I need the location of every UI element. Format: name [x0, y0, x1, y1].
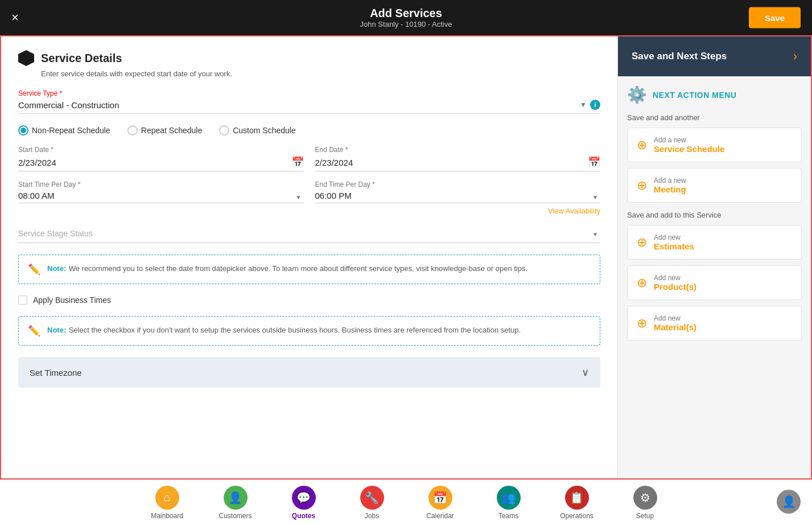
quotes-label: Quotes [292, 512, 315, 520]
add-service-schedule-main-label: Service Schedule [654, 144, 724, 154]
operations-icon: 📋 [565, 486, 589, 510]
next-action-header: ⚙️ NEXT ACTION MENU [627, 85, 802, 104]
header-title-block: Add Services John Stanly - 10190 - Activ… [360, 7, 452, 28]
note-edit-icon-2: ✏️ [28, 325, 40, 337]
add-materials-add-label: Add new [654, 314, 696, 322]
note-content-2: Note: Select the checkbox if you don't w… [47, 325, 521, 337]
nav-item-quotes[interactable]: 💬 Quotes [270, 481, 338, 524]
start-time-field: Start Time Per Day * 08:00 AM [18, 181, 304, 203]
timezone-chevron-icon: ∨ [582, 366, 589, 379]
start-date-label: Start Date * [18, 146, 304, 154]
note-content-1: Note: We recommend you to select the dat… [47, 263, 527, 276]
add-estimates-add-label: Add new [654, 233, 694, 241]
non-repeat-radio-circle [18, 125, 28, 136]
plus-icon-materials: ⊕ [637, 316, 647, 331]
add-materials-card[interactable]: ⊕ Add new Material(s) [627, 306, 802, 341]
end-date-field: End Date * 2/23/2024 📅 [315, 146, 601, 171]
note-box-1: ✏️ Note: We recommend you to select the … [18, 255, 600, 284]
dropdown-arrow-icon: ▼ [580, 101, 587, 109]
end-date-value-row: 2/23/2024 📅 [315, 156, 601, 171]
add-service-schedule-add-label: Add a new [654, 136, 724, 144]
service-type-group: Service Type * ▼ i [18, 89, 600, 114]
note-label-1: Note: [47, 264, 66, 273]
main-area: Service Details Enter service details wi… [0, 35, 812, 479]
operations-label: Operations [560, 512, 593, 520]
end-time-label: End Time Per Day * [315, 181, 601, 188]
start-date-calendar-icon[interactable]: 📅 [291, 156, 304, 169]
custom-label: Custom Schedule [233, 126, 296, 135]
add-estimates-card[interactable]: ⊕ Add new Estimates [627, 225, 802, 260]
right-content: ⚙️ NEXT ACTION MENU Save and add another… [618, 76, 811, 478]
schedule-types: Non-Repeat Schedule Repeat Schedule Cust… [18, 125, 600, 136]
nav-item-teams[interactable]: 👥 Teams [475, 481, 543, 524]
save-next-steps-button[interactable]: Save and Next Steps › [618, 36, 811, 76]
customers-label: Customers [219, 512, 252, 520]
view-availability-link[interactable]: View Availability [18, 207, 600, 215]
jobs-icon: 🔧 [360, 486, 384, 510]
apply-business-times-label: Apply Business Times [33, 296, 111, 305]
service-stage-select[interactable]: Service Stage Status [18, 224, 600, 243]
jobs-label: Jobs [365, 512, 379, 520]
save-add-service-label: Save and add to this Service [627, 211, 802, 219]
service-type-input[interactable] [18, 100, 580, 110]
save-next-label: Save and Next Steps [632, 51, 727, 62]
add-products-main-label: Product(s) [654, 282, 696, 292]
info-icon[interactable]: i [590, 100, 600, 110]
calendar-icon: 📅 [428, 486, 452, 510]
service-type-label: Service Type * [18, 89, 600, 97]
non-repeat-radio[interactable]: Non-Repeat Schedule [18, 125, 110, 136]
add-materials-text: Add new Material(s) [654, 314, 696, 332]
page-title: Add Services [360, 7, 452, 20]
repeat-radio[interactable]: Repeat Schedule [127, 125, 202, 136]
nav-item-operations[interactable]: 📋 Operations [543, 481, 611, 524]
apply-business-times-checkbox[interactable] [18, 296, 27, 305]
section-header: Service Details [18, 50, 600, 66]
nav-item-mainboard[interactable]: ⌂ Mainboard [133, 481, 201, 524]
page-subtitle: John Stanly - 10190 - Active [360, 20, 452, 28]
note-text-1: We recommend you to select the date from… [69, 264, 527, 273]
end-date-label: End Date * [315, 146, 601, 154]
nav-item-calendar[interactable]: 📅 Calendar [406, 481, 475, 524]
plus-icon-service-schedule: ⊕ [637, 138, 647, 153]
user-avatar[interactable]: 👤 [777, 490, 801, 514]
quotes-icon: 💬 [292, 486, 316, 510]
left-panel: Service Details Enter service details wi… [1, 36, 617, 478]
header: × Add Services John Stanly - 10190 - Act… [0, 0, 812, 35]
start-date-value: 2/23/2024 [18, 158, 56, 167]
nav-item-setup[interactable]: ⚙ Setup [611, 481, 679, 524]
gear-color-icon: ⚙️ [627, 85, 647, 104]
nav-item-jobs[interactable]: 🔧 Jobs [338, 481, 406, 524]
note-edit-icon-1: ✏️ [28, 263, 40, 276]
add-estimates-text: Add new Estimates [654, 233, 694, 251]
add-meeting-card[interactable]: ⊕ Add a new Meeting [627, 168, 802, 203]
add-materials-main-label: Material(s) [654, 322, 696, 332]
service-stage-wrapper: Service Stage Status [18, 224, 600, 243]
end-time-field: End Time Per Day * 06:00 PM [315, 181, 601, 203]
save-next-arrow-icon: › [793, 49, 797, 64]
start-date-field: Start Date * 2/23/2024 📅 [18, 146, 304, 171]
nav-item-customers[interactable]: 👤 Customers [201, 481, 270, 524]
plus-icon-meeting: ⊕ [637, 178, 647, 193]
section-subtitle: Enter service details with expected star… [41, 69, 600, 78]
service-type-row: ▼ i [18, 100, 600, 114]
next-action-title: NEXT ACTION MENU [653, 91, 736, 100]
setup-label: Setup [636, 512, 654, 520]
start-time-select[interactable]: 08:00 AM [18, 191, 304, 203]
start-time-wrapper: 08:00 AM [18, 191, 304, 203]
custom-radio[interactable]: Custom Schedule [219, 125, 296, 136]
timezone-label: Set Timezone [30, 368, 82, 378]
end-date-calendar-icon[interactable]: 📅 [588, 156, 600, 169]
bottom-nav: ⌂ Mainboard 👤 Customers 💬 Quotes 🔧 Jobs … [0, 479, 812, 525]
close-button[interactable]: × [11, 10, 19, 25]
plus-icon-estimates: ⊕ [637, 235, 647, 250]
setup-icon: ⚙ [633, 486, 657, 510]
add-products-card[interactable]: ⊕ Add new Product(s) [627, 265, 802, 300]
timezone-section[interactable]: Set Timezone ∨ [18, 357, 600, 388]
save-add-another-label: Save and add another [627, 113, 802, 122]
save-button[interactable]: Save [749, 7, 801, 28]
end-time-select[interactable]: 06:00 PM [315, 191, 601, 203]
add-service-schedule-text: Add a new Service Schedule [654, 136, 724, 154]
add-products-text: Add new Product(s) [654, 274, 696, 292]
add-service-schedule-card[interactable]: ⊕ Add a new Service Schedule [627, 128, 802, 162]
add-products-add-label: Add new [654, 274, 696, 282]
